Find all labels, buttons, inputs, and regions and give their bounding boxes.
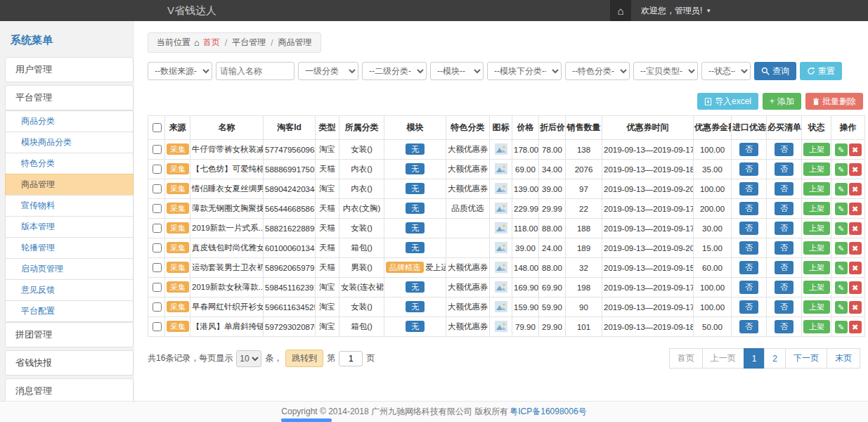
sidebar-item[interactable]: 启动页管理 (5, 258, 134, 280)
import-select-toggle[interactable]: 否 (739, 162, 758, 176)
filter-select[interactable]: --二级分类-- (362, 62, 427, 80)
delete-button[interactable]: ✖ (849, 281, 862, 294)
must-buy-toggle[interactable]: 否 (775, 162, 793, 176)
import-select-toggle[interactable]: 否 (739, 300, 758, 314)
sidebar-item[interactable]: 轮播管理 (5, 237, 134, 259)
page-button[interactable]: 首页 (669, 348, 703, 369)
row-checkbox[interactable] (153, 302, 162, 312)
status-button[interactable]: 上架 (803, 143, 830, 156)
import-select-toggle[interactable]: 否 (739, 182, 758, 196)
edit-button[interactable]: ✎ (835, 321, 848, 333)
delete-button[interactable]: ✖ (849, 163, 862, 176)
must-buy-toggle[interactable]: 否 (775, 222, 793, 235)
status-button[interactable]: 上架 (803, 261, 830, 274)
edit-button[interactable]: ✎ (835, 281, 848, 294)
row-checkbox[interactable] (153, 224, 162, 233)
page-number-input[interactable] (339, 351, 363, 366)
must-buy-toggle[interactable]: 否 (775, 143, 793, 156)
per-page-select[interactable]: 10 (236, 350, 261, 367)
sidebar-item[interactable]: 版本管理 (5, 216, 134, 238)
edit-button[interactable]: ✎ (835, 242, 848, 255)
row-checkbox[interactable] (153, 145, 162, 154)
import-select-toggle[interactable]: 否 (739, 143, 758, 156)
row-checkbox[interactable] (153, 204, 162, 213)
delete-button[interactable]: ✖ (849, 183, 862, 196)
must-buy-toggle[interactable]: 否 (775, 320, 793, 333)
breadcrumb-home-link[interactable]: 首页 (203, 37, 220, 49)
delete-button[interactable]: ✖ (849, 301, 862, 314)
status-button[interactable]: 上架 (803, 202, 830, 215)
delete-button[interactable]: ✖ (849, 222, 862, 235)
sidebar-item[interactable]: 商品管理 (5, 174, 134, 196)
status-button[interactable]: 上架 (803, 222, 830, 235)
row-checkbox[interactable] (153, 165, 162, 174)
horizontal-scrollbar-thumb[interactable] (281, 418, 332, 422)
sidebar-item[interactable]: 特色分类 (5, 153, 134, 174)
edit-button[interactable]: ✎ (835, 183, 848, 196)
edit-button[interactable]: ✎ (835, 143, 848, 156)
import-select-toggle[interactable]: 否 (739, 281, 758, 294)
page-button[interactable]: 上一页 (702, 348, 744, 369)
sidebar-item[interactable]: 意见反馈 (5, 279, 134, 301)
batch-delete-button[interactable]: 批量删除 (805, 93, 863, 110)
filter-select[interactable]: --宝贝类型-- (633, 62, 698, 80)
filter-select[interactable]: --模块下分类-- (487, 62, 562, 80)
row-checkbox[interactable] (153, 243, 162, 252)
reset-button[interactable]: 重置 (800, 62, 842, 80)
must-buy-toggle[interactable]: 否 (775, 202, 793, 215)
search-button[interactable]: 查询 (754, 62, 796, 80)
import-select-toggle[interactable]: 否 (739, 320, 758, 333)
jump-button[interactable]: 跳转到 (285, 350, 323, 367)
import-excel-button[interactable]: 导入excel (697, 93, 758, 110)
status-button[interactable]: 上架 (803, 162, 830, 176)
sidebar-item[interactable]: 模块商品分类 (5, 132, 134, 153)
filter-select[interactable]: 一级分类 (298, 62, 358, 80)
status-button[interactable]: 上架 (803, 300, 830, 314)
must-buy-toggle[interactable]: 否 (775, 241, 793, 255)
status-button[interactable]: 上架 (803, 241, 830, 255)
page-button[interactable]: 下一页 (785, 348, 827, 369)
icp-link[interactable]: 粤ICP备16098006号 (510, 406, 586, 418)
status-button[interactable]: 上架 (803, 320, 830, 333)
edit-button[interactable]: ✎ (835, 262, 848, 274)
delete-button[interactable]: ✖ (849, 203, 862, 215)
status-button[interactable]: 上架 (803, 281, 830, 294)
sidebar-item[interactable]: 用户管理 (5, 57, 134, 82)
sidebar-item[interactable]: 平台配置 (5, 300, 134, 322)
sidebar-item[interactable]: 消息管理 (5, 378, 134, 401)
filter-select[interactable]: --状态-- (701, 62, 751, 80)
edit-button[interactable]: ✎ (835, 163, 848, 176)
sidebar-item[interactable]: 省钱快报 (5, 350, 134, 376)
import-select-toggle[interactable]: 否 (739, 261, 758, 274)
select-all-checkbox[interactable] (153, 123, 162, 132)
sidebar-item[interactable]: 宣传物料 (5, 195, 134, 217)
import-select-toggle[interactable]: 否 (739, 241, 758, 255)
delete-button[interactable]: ✖ (849, 242, 862, 255)
status-button[interactable]: 上架 (803, 182, 830, 196)
home-button[interactable]: ⌂ (610, 0, 631, 21)
page-button[interactable]: 末页 (827, 348, 860, 369)
filter-select[interactable]: --模块-- (430, 62, 484, 80)
edit-button[interactable]: ✎ (835, 203, 848, 215)
must-buy-toggle[interactable]: 否 (775, 300, 793, 314)
row-checkbox[interactable] (153, 283, 162, 292)
edit-button[interactable]: ✎ (835, 301, 848, 314)
edit-button[interactable]: ✎ (835, 222, 848, 235)
page-button[interactable]: 2 (764, 348, 786, 369)
sidebar-item[interactable]: 拼团管理 (5, 322, 134, 347)
page-button[interactable]: 1 (744, 348, 765, 369)
must-buy-toggle[interactable]: 否 (775, 261, 793, 274)
filter-select[interactable]: --特色分类-- (565, 62, 630, 80)
must-buy-toggle[interactable]: 否 (775, 281, 793, 294)
delete-button[interactable]: ✖ (849, 321, 862, 333)
name-search-input[interactable] (216, 62, 294, 80)
import-select-toggle[interactable]: 否 (739, 222, 758, 235)
filter-select[interactable]: --数据来源-- (148, 62, 212, 80)
row-checkbox[interactable] (153, 263, 162, 272)
user-menu[interactable]: 欢迎您，管理员! ▼ (631, 5, 721, 17)
delete-button[interactable]: ✖ (849, 143, 862, 156)
row-checkbox[interactable] (153, 322, 162, 331)
must-buy-toggle[interactable]: 否 (775, 182, 793, 196)
row-checkbox[interactable] (153, 184, 162, 193)
sidebar-item[interactable]: 商品分类 (5, 110, 134, 132)
